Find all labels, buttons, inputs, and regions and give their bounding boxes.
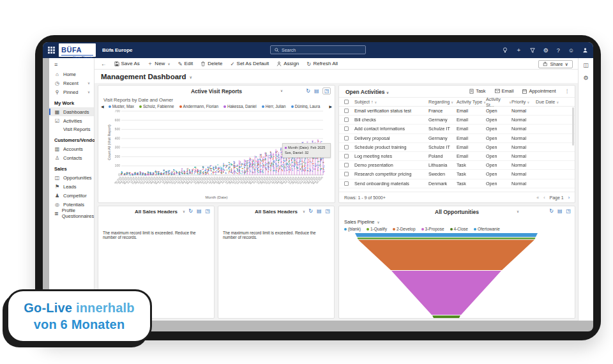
insights-icon[interactable]: ⚙ — [583, 75, 588, 81]
table-row[interactable]: Demo presentation Lithuania Task Open No… — [339, 161, 575, 170]
account-icon[interactable] — [582, 47, 588, 53]
view-records-icon[interactable]: ▤ — [317, 208, 322, 214]
copilot-icon[interactable]: ◫ — [583, 62, 589, 68]
expand-icon[interactable]: ◳ — [205, 208, 210, 214]
sidebar-item-activities[interactable]: ☑Activities — [49, 116, 94, 125]
column-subject[interactable]: Subject↑∨ — [354, 99, 428, 105]
plus-icon[interactable]: ＋ — [516, 46, 522, 54]
column-regarding[interactable]: Regarding∨ — [428, 99, 457, 105]
view-selector[interactable]: Sales Pipeline∨ — [344, 219, 380, 225]
legend-item[interactable]: Scholz, Fabienne — [139, 104, 174, 109]
search-input[interactable]: Search — [270, 45, 366, 54]
sidebar-item-opportunities[interactable]: ◫Opportunities — [49, 173, 94, 182]
first-page-icon[interactable]: « — [536, 195, 539, 200]
table-row[interactable]: Bill checks Germany Email Open Normal — [339, 116, 575, 125]
lightbulb-icon[interactable] — [503, 47, 508, 53]
sidebar-item-leads[interactable]: ⚑Leads — [49, 182, 94, 191]
legend-item[interactable]: Düning, Laura — [291, 104, 321, 109]
legend-scroll-left-icon[interactable]: ◀ — [101, 104, 104, 109]
sidebar-item-profile-questionnaires[interactable]: ≣Profile Questionnaires — [49, 209, 94, 218]
row-checkbox[interactable] — [344, 181, 349, 186]
task-button[interactable]: Task — [469, 88, 485, 94]
row-checkbox[interactable] — [344, 163, 349, 167]
refresh-icon[interactable]: ↻ — [188, 208, 193, 214]
row-checkbox[interactable] — [344, 109, 349, 113]
sidebar-item-visit-reports[interactable]: Visit Reports — [49, 125, 94, 133]
delete-button[interactable]: Delete — [201, 61, 222, 66]
back-button[interactable]: ← — [101, 61, 107, 67]
refresh-icon[interactable]: ↻ — [549, 208, 554, 214]
row-checkbox[interactable] — [344, 136, 349, 140]
view-records-icon[interactable]: ▤ — [314, 88, 319, 94]
feedback-icon[interactable]: ☺ — [568, 47, 574, 54]
legend-item[interactable]: 4-Close — [450, 227, 468, 231]
app-name[interactable]: Büfa Europe — [102, 47, 133, 53]
table-row[interactable]: Delivery proposal Germany Email Open Nor… — [339, 134, 575, 143]
expand-icon[interactable]: ◳ — [566, 208, 571, 214]
table-row[interactable]: Send onboarding materials Denmark Task O… — [339, 179, 575, 188]
refresh-icon[interactable]: ↻ — [308, 208, 313, 214]
legend-item[interactable]: 3-Propose — [421, 227, 444, 231]
chevron-down-icon[interactable]: ∨ — [517, 209, 519, 213]
legend-item[interactable]: Muster, Max — [109, 104, 134, 109]
legend-item[interactable]: Andermann, Florian — [179, 104, 218, 109]
legend-item[interactable]: Hakessa, Daniel — [223, 104, 257, 109]
column-priority[interactable]: Priority∨ — [511, 99, 536, 105]
assign-button[interactable]: Assign — [276, 61, 299, 66]
chevron-down-icon[interactable]: ∨ — [183, 209, 185, 213]
column-activity-type[interactable]: Activity Type∨ — [457, 99, 486, 105]
sidebar-item-accounts[interactable]: ▥Accounts — [49, 144, 94, 153]
set-as-default-button[interactable]: ✓Set As Default — [230, 61, 269, 67]
chevron-down-icon[interactable]: ∨ — [303, 209, 305, 213]
dashboard-selector-chevron[interactable]: ∨ — [190, 75, 192, 79]
chevron-down-icon[interactable]: ∨ — [280, 89, 283, 93]
more-options-icon[interactable]: ⋮ — [565, 88, 570, 94]
help-icon[interactable]: ? — [557, 47, 560, 54]
legend-item[interactable]: Ofertowanie — [474, 227, 500, 231]
email-button[interactable]: Email — [495, 88, 514, 94]
view-records-icon[interactable]: ▤ — [557, 208, 563, 214]
row-checkbox[interactable] — [344, 145, 349, 149]
row-checkbox[interactable] — [344, 126, 349, 131]
view-records-icon[interactable]: ▤ — [197, 208, 202, 214]
waffle-icon[interactable] — [48, 47, 55, 54]
sidebar-item-pinned[interactable]: ⚲Pinned∨ — [49, 87, 94, 96]
legend-scroll-right-icon[interactable]: ▶ — [329, 104, 332, 109]
row-checkbox[interactable] — [344, 154, 349, 158]
table-row[interactable]: Add contact informations Schulze IT Emai… — [339, 125, 575, 133]
share-button[interactable]: Share ∨ — [538, 60, 573, 68]
edit-button[interactable]: ✎Edit — [178, 61, 193, 67]
gear-icon[interactable]: ⚙ — [543, 47, 549, 54]
chevron-down-icon[interactable]: ∨ — [386, 91, 389, 95]
legend-item[interactable]: 1-Qualify — [367, 227, 387, 231]
table-scrollbar[interactable] — [572, 107, 574, 146]
table-row[interactable]: Email verification status test France Em… — [339, 107, 575, 116]
refresh-all-button[interactable]: ↻Refresh All — [306, 61, 338, 67]
legend-item[interactable]: Herr, Julian — [262, 104, 286, 109]
table-row[interactable]: Log meeting notes Poland Email Open Norm… — [339, 152, 575, 161]
prev-page-icon[interactable]: ‹ — [543, 195, 545, 200]
table-row[interactable]: Schedule product training Schulze IT Ema… — [339, 143, 575, 152]
legend-item[interactable]: (blank) — [344, 227, 361, 231]
sidebar-item-home[interactable]: ⌂Home — [49, 70, 94, 79]
expand-icon[interactable]: ◳ — [325, 208, 330, 214]
sidebar-item-competitor[interactable]: ♟Competitor — [49, 191, 94, 200]
refresh-icon[interactable]: ↻ — [306, 88, 310, 94]
next-page-icon[interactable]: › — [568, 195, 570, 200]
column-activity-status[interactable]: Activity St...∨ — [486, 96, 511, 108]
row-checkbox[interactable] — [344, 172, 349, 176]
sidebar-item-dashboards[interactable]: ▦Dashboards — [49, 107, 94, 116]
save-as-button[interactable]: Save As — [114, 61, 140, 66]
hamburger-icon[interactable]: ≡ — [49, 58, 94, 70]
filter-icon[interactable] — [530, 48, 535, 53]
table-row[interactable]: Research competitor pricing Sweden Task … — [339, 170, 575, 179]
sidebar-item-recent[interactable]: ◷Recent∨ — [49, 79, 94, 87]
funnel-chart[interactable] — [355, 233, 538, 319]
sidebar-item-contacts[interactable]: ♙Contacts — [49, 153, 94, 162]
row-checkbox[interactable] — [344, 118, 349, 122]
legend-item[interactable]: 2-Develop — [393, 227, 416, 231]
new-button[interactable]: ＋New∨ — [148, 60, 170, 68]
select-all-checkbox[interactable] — [344, 100, 349, 104]
expand-icon[interactable]: ◳ — [322, 87, 331, 95]
appointment-button[interactable]: Appointment — [522, 88, 556, 94]
